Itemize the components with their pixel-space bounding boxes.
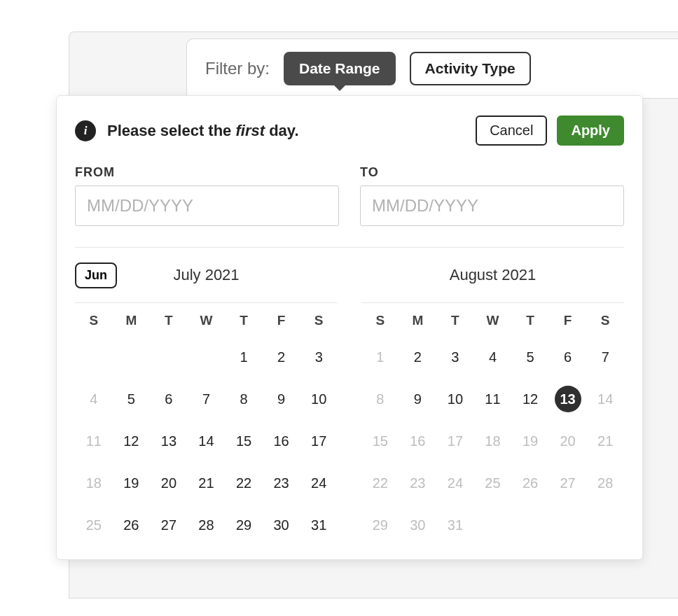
calendar-day[interactable]: 1	[361, 344, 399, 370]
calendar-day[interactable]: 21	[188, 470, 226, 496]
calendar-day[interactable]: 31	[300, 512, 338, 538]
calendar-day[interactable]: 8	[225, 386, 263, 412]
calendar-day[interactable]: 23	[399, 470, 437, 496]
calendar-empty-cell	[113, 344, 151, 370]
calendar-day[interactable]: 5	[511, 344, 549, 370]
calendar-day[interactable]: 3	[300, 344, 338, 370]
calendar-day[interactable]: 25	[75, 512, 113, 538]
calendar-day[interactable]: 26	[113, 512, 151, 538]
calendar-empty-cell	[75, 344, 113, 370]
calendar-empty-cell	[188, 344, 226, 370]
calendar-day[interactable]: 27	[150, 512, 188, 538]
calendar-day[interactable]: 31	[436, 512, 474, 538]
calendar-day[interactable]: 14	[188, 428, 226, 454]
calendar-day[interactable]: 28	[188, 512, 226, 538]
popover-header: i Please select the first day. Cancel Ap…	[75, 115, 624, 146]
calendar-title: August 2021	[361, 266, 624, 284]
calendar-day[interactable]: 7	[586, 344, 624, 370]
calendar-day[interactable]: 22	[361, 470, 399, 496]
calendar-day[interactable]: 10	[436, 386, 474, 412]
calendar-day[interactable]: 4	[474, 344, 512, 370]
day-of-week-header: S	[300, 313, 338, 328]
calendar-grid: SMTWTFS123456789101112131415161718192021…	[75, 313, 338, 538]
calendar-day[interactable]: 20	[549, 428, 587, 454]
from-input[interactable]	[75, 186, 339, 226]
calendar-day[interactable]: 30	[263, 512, 300, 538]
calendar-day[interactable]: 9	[399, 386, 437, 412]
calendar-divider	[361, 302, 624, 303]
info-icon: i	[75, 120, 96, 141]
calendar-day[interactable]: 13	[555, 386, 581, 412]
calendar-day[interactable]: 4	[75, 386, 113, 412]
day-of-week-header: S	[361, 313, 399, 328]
filter-activity-type-button[interactable]: Activity Type	[410, 52, 531, 85]
calendar-day[interactable]: 13	[150, 428, 188, 454]
calendar-day[interactable]: 19	[113, 470, 151, 496]
filter-label: Filter by:	[205, 59, 270, 78]
day-of-week-header: F	[263, 313, 300, 328]
calendar-day[interactable]: 9	[263, 386, 300, 412]
calendar-right: August 2021SMTWTFS1234567891011121314151…	[361, 260, 624, 538]
calendar-day[interactable]: 24	[436, 470, 474, 496]
calendar-day[interactable]: 15	[225, 428, 263, 454]
calendar-day[interactable]: 16	[263, 428, 300, 454]
calendar-day[interactable]: 21	[586, 428, 624, 454]
day-of-week-header: W	[188, 313, 226, 328]
calendar-day[interactable]: 7	[188, 386, 226, 412]
to-field: TO	[360, 165, 624, 226]
calendar-day[interactable]: 26	[511, 470, 549, 496]
info-text: Please select the first day.	[107, 122, 299, 140]
cancel-button[interactable]: Cancel	[476, 115, 547, 146]
day-of-week-header: M	[113, 313, 151, 328]
calendar-day[interactable]: 17	[436, 428, 474, 454]
calendar-day[interactable]: 5	[113, 386, 151, 412]
calendar-day[interactable]: 6	[150, 386, 188, 412]
apply-button[interactable]: Apply	[557, 115, 624, 146]
to-label: TO	[360, 165, 624, 180]
calendar-day[interactable]: 27	[549, 470, 587, 496]
calendar-day[interactable]: 2	[399, 344, 437, 370]
day-of-week-header: W	[474, 313, 512, 328]
calendar-grid: SMTWTFS123456789101112131415161718192021…	[361, 313, 624, 538]
calendar-day[interactable]: 16	[399, 428, 437, 454]
calendar-day[interactable]: 29	[225, 512, 263, 538]
calendar-day[interactable]: 23	[263, 470, 300, 496]
calendar-day[interactable]: 22	[225, 470, 263, 496]
calendar-day[interactable]: 10	[300, 386, 338, 412]
calendar-day[interactable]: 15	[361, 428, 399, 454]
calendar-day[interactable]: 30	[399, 512, 437, 538]
calendar-day[interactable]: 17	[300, 428, 338, 454]
calendar-day[interactable]: 18	[474, 428, 512, 454]
calendar-header: August 2021	[361, 260, 624, 290]
calendar-day[interactable]: 28	[586, 470, 624, 496]
date-fields: FROM TO	[75, 165, 624, 226]
calendar-day[interactable]: 2	[263, 344, 300, 370]
calendar-day[interactable]: 3	[436, 344, 474, 370]
calendar-day[interactable]: 11	[75, 428, 113, 454]
date-range-popover: i Please select the first day. Cancel Ap…	[56, 95, 643, 560]
calendar-day[interactable]: 25	[474, 470, 512, 496]
calendar-day[interactable]: 14	[586, 386, 624, 412]
info-text-prefix: Please select the	[107, 122, 235, 139]
prev-month-button[interactable]: Jun	[75, 262, 117, 288]
calendar-day[interactable]: 18	[75, 470, 113, 496]
calendar-day[interactable]: 24	[300, 470, 338, 496]
from-label: FROM	[75, 165, 339, 180]
calendar-day[interactable]: 12	[113, 428, 151, 454]
calendar-divider	[75, 302, 338, 303]
calendar-day[interactable]: 11	[474, 386, 512, 412]
day-of-week-header: T	[436, 313, 474, 328]
filter-date-range-button[interactable]: Date Range	[284, 52, 396, 85]
calendar-day[interactable]: 29	[361, 512, 399, 538]
day-of-week-header: T	[511, 313, 549, 328]
calendar-day[interactable]: 12	[511, 386, 549, 412]
calendar-day[interactable]: 1	[225, 344, 263, 370]
to-input[interactable]	[360, 186, 624, 226]
calendar-day[interactable]: 6	[549, 344, 587, 370]
calendars: JunJuly 2021SMTWTFS123456789101112131415…	[75, 260, 624, 538]
divider	[75, 247, 624, 248]
calendar-empty-cell	[150, 344, 188, 370]
calendar-day[interactable]: 8	[361, 386, 399, 412]
calendar-day[interactable]: 19	[511, 428, 549, 454]
calendar-day[interactable]: 20	[150, 470, 188, 496]
